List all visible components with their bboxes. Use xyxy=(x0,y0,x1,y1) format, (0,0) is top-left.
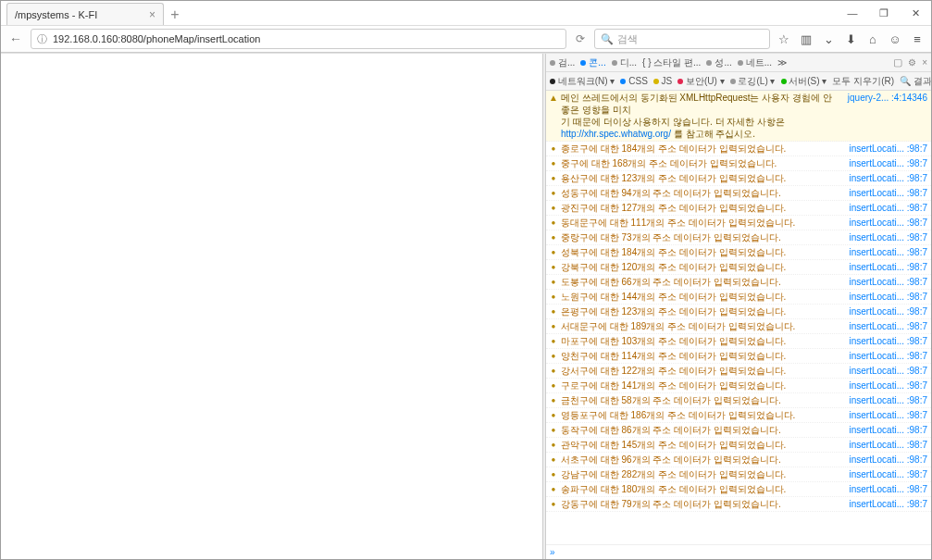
log-bullet-icon: ● xyxy=(548,217,559,229)
log-bullet-icon: ● xyxy=(548,365,559,377)
menu-icon[interactable]: ≡ xyxy=(907,29,927,49)
close-button[interactable]: ✕ xyxy=(900,3,931,23)
url-input[interactable]: ⓘ 192.168.0.160:8080/phoneMap/insertLoca… xyxy=(31,29,566,49)
tab-close-icon[interactable]: × xyxy=(149,8,155,21)
console-prompt-icon[interactable]: » xyxy=(546,544,931,559)
reload-button[interactable]: ⟳ xyxy=(570,29,590,49)
smile-icon[interactable]: ☺ xyxy=(885,29,905,49)
log-source-link[interactable]: insertLocati... :98:7 xyxy=(842,350,928,362)
console-log: ●서대문구에 대한 189개의 주소 데이터가 입력되었습니다.insertLo… xyxy=(546,319,931,334)
devtools-tab-style[interactable]: { } 스타일 편... xyxy=(642,56,701,69)
home-icon[interactable]: ⌂ xyxy=(863,29,883,49)
log-source-link[interactable]: insertLocati... :98:7 xyxy=(842,380,928,392)
filter-js[interactable]: JS xyxy=(653,76,672,86)
log-source-link[interactable]: insertLocati... :98:7 xyxy=(842,498,928,510)
titlebar: /mpsystems - K-FI × + — ❐ ✕ xyxy=(1,1,931,25)
tabstrip: /mpsystems - K-FI × + xyxy=(1,1,837,25)
log-source-link[interactable]: insertLocati... :98:7 xyxy=(842,305,928,317)
search-input[interactable]: 🔍 검색 xyxy=(594,29,770,49)
log-source-link[interactable]: insertLocati... :98:7 xyxy=(842,143,928,155)
filter-server[interactable]: 서버(S) ▾ xyxy=(781,75,827,88)
log-source-link[interactable]: insertLocati... :98:7 xyxy=(842,454,928,466)
download-icon[interactable]: ⬇ xyxy=(840,29,861,49)
console-search-icon[interactable]: 🔍 결과... xyxy=(900,75,931,88)
devtools-tab-performance[interactable]: 성... xyxy=(706,56,731,69)
log-source-link[interactable]: insertLocati... :98:7 xyxy=(842,394,928,406)
log-bullet-icon: ● xyxy=(548,380,559,392)
log-source-link[interactable]: insertLocati... :98:7 xyxy=(842,217,928,229)
log-bullet-icon: ● xyxy=(548,320,559,332)
log-text: 용산구에 대한 123개의 주소 데이터가 입력되었습니다. xyxy=(559,172,842,184)
devtools-settings-icon[interactable]: ⚙ xyxy=(908,57,916,68)
log-source-link[interactable]: insertLocati... :98:7 xyxy=(842,468,928,480)
log-bullet-icon: ● xyxy=(548,276,559,288)
new-tab-button[interactable]: + xyxy=(164,5,186,25)
log-source-link[interactable]: insertLocati... :98:7 xyxy=(842,202,928,214)
devtools-tab-inspector[interactable]: 검... xyxy=(550,56,575,69)
log-bullet-icon: ● xyxy=(548,424,559,436)
log-text: 은평구에 대한 123개의 주소 데이터가 입력되었습니다. xyxy=(559,305,842,317)
log-text: 중구에 대한 168개의 주소 데이터가 입력되었습니다. xyxy=(559,157,842,169)
log-source-link[interactable]: insertLocati... :98:7 xyxy=(842,483,928,495)
bookmark-icon[interactable]: ☆ xyxy=(774,29,794,49)
log-text: 동작구에 대한 86개의 주소 데이터가 입력되었습니다. xyxy=(559,424,842,436)
log-source-link[interactable]: insertLocati... :98:7 xyxy=(842,409,928,421)
log-bullet-icon: ● xyxy=(548,231,559,243)
log-text: 구로구에 대한 141개의 주소 데이터가 입력되었습니다. xyxy=(559,380,842,392)
filter-logging[interactable]: 로깅(L) ▾ xyxy=(730,75,776,88)
log-bullet-icon: ● xyxy=(548,454,559,466)
console-icon xyxy=(580,60,586,66)
log-bullet-icon: ● xyxy=(548,305,559,317)
warning-source-link[interactable]: jquery-2... :4:14346 xyxy=(840,92,927,140)
pocket-icon[interactable]: ⌄ xyxy=(818,29,839,49)
devtools-tab-network[interactable]: 네트... xyxy=(738,56,772,69)
console-log: ●광진구에 대한 127개의 주소 데이터가 입력되었습니다.insertLoc… xyxy=(546,201,931,216)
console-log: ●종로구에 대한 184개의 주소 데이터가 입력되었습니다.insertLoc… xyxy=(546,142,931,156)
warning-link[interactable]: http://xhr.spec.whatwg.org/ xyxy=(561,129,671,139)
log-source-link[interactable]: insertLocati... :98:7 xyxy=(842,439,928,451)
log-source-link[interactable]: insertLocati... :98:7 xyxy=(842,424,928,436)
console-filter-bar: 네트워크(N) ▾ CSS JS 보안(U) ▾ 로깅(L) ▾ 서버(S) ▾… xyxy=(546,72,931,91)
log-text: 동대문구에 대한 111개의 주소 데이터가 입력되었습니다. xyxy=(559,217,842,229)
dot-icon xyxy=(730,79,736,84)
warning-icon: ▲ xyxy=(548,92,559,140)
clear-console-button[interactable]: 모두 지우기(R) xyxy=(832,75,894,88)
log-source-link[interactable]: insertLocati... :98:7 xyxy=(842,276,928,288)
log-source-link[interactable]: insertLocati... :98:7 xyxy=(842,157,928,169)
log-source-link[interactable]: insertLocati... :98:7 xyxy=(842,320,928,332)
search-placeholder: 검색 xyxy=(617,32,638,46)
log-text: 성북구에 대한 184개의 주소 데이터가 입력되었습니다. xyxy=(559,246,842,258)
log-source-link[interactable]: insertLocati... :98:7 xyxy=(842,172,928,184)
library-icon[interactable]: ▥ xyxy=(796,29,816,49)
log-source-link[interactable]: insertLocati... :98:7 xyxy=(842,246,928,258)
dot-icon xyxy=(620,79,626,84)
log-source-link[interactable]: insertLocati... :98:7 xyxy=(842,335,928,347)
console-log: ●강남구에 대한 282개의 주소 데이터가 입력되었습니다.insertLoc… xyxy=(546,467,931,482)
log-source-link[interactable]: insertLocati... :98:7 xyxy=(842,261,928,273)
log-source-link[interactable]: insertLocati... :98:7 xyxy=(842,291,928,303)
console-log: ●용산구에 대한 123개의 주소 데이터가 입력되었습니다.insertLoc… xyxy=(546,171,931,186)
console-log: ●강동구에 대한 79개의 주소 데이터가 입력되었습니다.insertLoca… xyxy=(546,497,931,512)
log-bullet-icon: ● xyxy=(548,498,559,510)
log-source-link[interactable]: insertLocati... :98:7 xyxy=(842,365,928,377)
devtools-dock-icon[interactable]: ▢ xyxy=(893,56,902,68)
browser-tab[interactable]: /mpsystems - K-FI × xyxy=(6,3,164,25)
filter-security[interactable]: 보안(U) ▾ xyxy=(677,75,724,88)
console-log: ●은평구에 대한 123개의 주소 데이터가 입력되었습니다.insertLoc… xyxy=(546,305,931,319)
back-button[interactable]: ← xyxy=(5,28,27,50)
log-text: 강동구에 대한 79개의 주소 데이터가 입력되었습니다. xyxy=(559,498,842,510)
devtools-tab-console[interactable]: 콘... xyxy=(580,56,605,69)
devtools-tab-debugger[interactable]: 디... xyxy=(612,56,637,69)
console-log: ●노원구에 대한 144개의 주소 데이터가 입력되었습니다.insertLoc… xyxy=(546,290,931,305)
console-output[interactable]: ▲ 메인 쓰레드에서의 동기화된 XMLHttpRequest는 사용자 경험에… xyxy=(546,91,931,544)
filter-net[interactable]: 네트워크(N) ▾ xyxy=(550,75,615,88)
console-log: ●송파구에 대한 180개의 주소 데이터가 입력되었습니다.insertLoc… xyxy=(546,482,931,497)
devtools-close-icon[interactable]: × xyxy=(922,57,927,68)
filter-css[interactable]: CSS xyxy=(620,76,647,86)
minimize-button[interactable]: — xyxy=(837,3,868,23)
site-info-icon[interactable]: ⓘ xyxy=(37,32,47,46)
log-source-link[interactable]: insertLocati... :98:7 xyxy=(842,187,928,199)
log-source-link[interactable]: insertLocati... :98:7 xyxy=(842,231,928,243)
devtools-tab-more[interactable]: ≫ xyxy=(777,57,787,68)
maximize-button[interactable]: ❐ xyxy=(868,3,900,23)
